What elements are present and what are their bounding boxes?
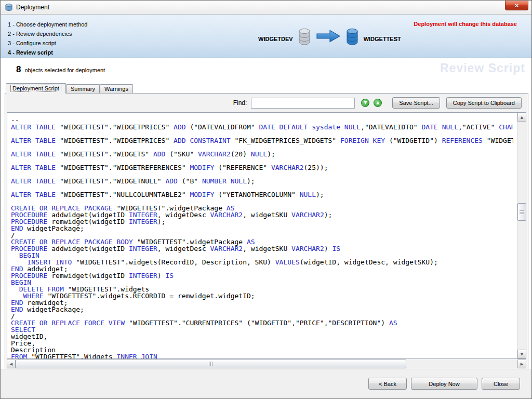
deployment-warning: Deployment will change this database [414,21,517,27]
vertical-scrollbar[interactable]: ▲ ▼ [517,113,526,358]
titlebar: Deployment × [1,1,531,15]
db-flow: WIDGETDEV [258,28,401,45]
deployment-window: Deployment × 1 - Choose deployment metho… [0,0,532,399]
deployment-icon [5,3,13,11]
object-count-label: objects selected for deployment [24,67,105,73]
find-label: Find: [233,99,247,107]
scroll-up-button[interactable]: ▲ [517,113,526,122]
step-review-script: 4 - Review script [8,48,87,57]
find-next-icon: ▼ [364,101,367,105]
find-input[interactable] [251,98,355,109]
close-dialog-button[interactable]: Close [482,378,520,390]
deploy-arrow-icon [316,29,341,45]
tab-deployment-script[interactable]: Deployment Script [6,83,66,94]
find-previous-button[interactable]: ▲ [374,99,382,107]
source-db-label: WIDGETDEV [258,36,293,45]
copy-script-button[interactable]: Copy Script to Clipboard [446,97,522,109]
step-configure-script: 3 - Configure script [8,38,87,48]
tab-summary[interactable]: Summary [66,84,100,93]
find-toolbar: Find: ▼ ▲ Save Script... Copy Script to … [5,94,528,112]
back-button[interactable]: < Back [368,378,407,390]
scroll-down-icon: ▼ [521,352,523,356]
wizard-header: 1 - Choose deployment method 2 - Review … [1,15,531,58]
sql-code[interactable]: --ALTER TABLE "WIDGETTEST"."WIDGETPRICES… [11,113,513,358]
close-button[interactable]: × [505,1,528,10]
target-db-label: WIDGETTEST [364,36,401,45]
tab-warnings[interactable]: Warnings [100,84,133,93]
dialog-footer: < Back Deploy Now Close [1,369,531,398]
step-choose-method: 1 - Choose deployment method [8,20,87,29]
horizontal-scroll-thumb[interactable] [16,360,406,368]
source-database-icon [298,28,311,45]
deploy-now-button[interactable]: Deploy Now [411,378,477,390]
scroll-right-button[interactable]: ▶ [517,360,526,368]
scroll-up-icon: ▲ [521,115,523,119]
scroll-down-button[interactable]: ▼ [517,350,526,358]
object-count: 8 [16,64,21,75]
scroll-left-icon: ◀ [10,362,12,366]
find-previous-icon: ▲ [376,101,379,105]
review-script-watermark: Review Script [440,61,525,75]
script-editor: --ALTER TABLE "WIDGETTEST"."WIDGETPRICES… [7,112,526,359]
target-database-icon [346,28,358,45]
step-review-dependencies: 2 - Review dependencies [8,29,87,38]
close-icon: × [515,2,519,9]
vertical-scroll-thumb[interactable] [517,203,526,221]
window-title: Deployment [16,4,49,11]
save-script-button[interactable]: Save Script... [392,97,440,109]
wizard-steps: 1 - Choose deployment method 2 - Review … [8,20,87,57]
scroll-left-button[interactable]: ◀ [7,360,16,368]
find-next-button[interactable]: ▼ [361,99,369,107]
tab-strip: Deployment Script Summary Warnings [6,83,133,93]
horizontal-scrollbar[interactable]: ◀ ▶ [7,360,526,368]
scroll-right-icon: ▶ [521,362,523,366]
deployment-script-panel: Find: ▼ ▲ Save Script... Copy Script to … [5,93,528,370]
selection-summary: 8 objects selected for deployment [16,64,105,75]
